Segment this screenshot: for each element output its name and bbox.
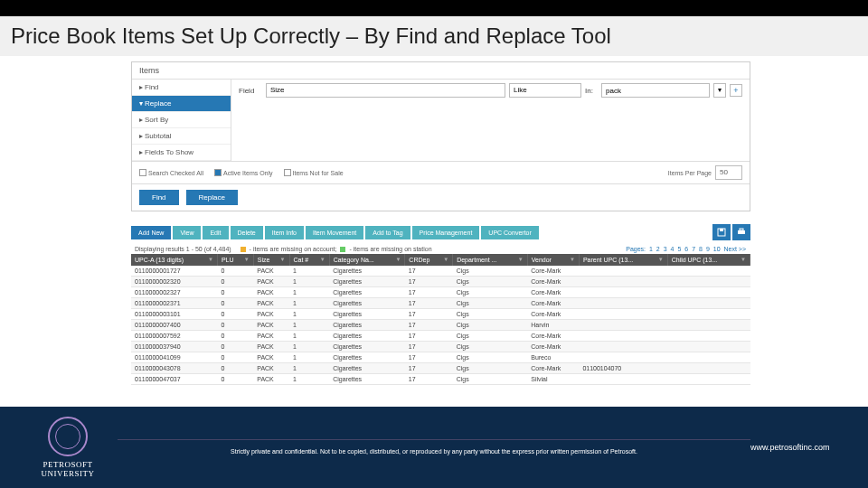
sidebar-item-subtotal[interactable]: ▸Subtotal [132, 128, 231, 145]
table-row[interactable]: 01100000075920PACK1Cigarettes17CigsCore-… [131, 331, 750, 342]
cell-catname: Cigarettes [329, 331, 405, 342]
table-row[interactable]: 01100000379400PACK1Cigarettes17CigsCore-… [131, 342, 750, 352]
page-8[interactable]: 8 [699, 246, 703, 252]
item-info-button[interactable]: Item Info [265, 226, 304, 239]
cell-catname: Cigarettes [329, 277, 405, 287]
cell-plu: 0 [217, 277, 253, 287]
cell-vendor: Silvial [527, 374, 579, 385]
col-header[interactable]: Parent UPC (13...▼ [579, 254, 667, 266]
col-header[interactable]: Department ...▼ [453, 254, 528, 266]
ipp-select[interactable]: 50 [715, 165, 742, 180]
price-management-button[interactable]: Price Management [412, 226, 480, 239]
cell-cr: 17 [405, 298, 453, 309]
add-condition-button[interactable]: + [730, 84, 742, 97]
cell-upc: 0110000007400 [131, 320, 217, 331]
page-6[interactable]: 6 [684, 246, 688, 252]
cell-plu: 0 [217, 320, 253, 331]
results-bar: Displaying results 1 - 50 (of 4,484) - i… [131, 244, 750, 254]
replace-button[interactable]: Replace [186, 190, 238, 205]
col-header[interactable]: Cat #▼ [289, 254, 329, 266]
cell-vendor: Core-Mark [527, 266, 579, 277]
cell-catname: Cigarettes [329, 342, 405, 352]
page-1[interactable]: 1 [649, 246, 653, 252]
page-7[interactable]: 7 [692, 246, 695, 252]
col-header[interactable]: Vendor▼ [527, 254, 579, 266]
extra-select[interactable]: ▾ [713, 83, 726, 98]
table-row[interactable]: 01100000470370PACK1Cigarettes17CigsSilvi… [131, 374, 750, 385]
sidebar-item-sortby[interactable]: ▸Sort By [132, 112, 231, 128]
cell-cr: 17 [405, 352, 453, 363]
delete-button[interactable]: Delete [231, 226, 263, 239]
view-button[interactable]: View [173, 226, 201, 239]
page-9[interactable]: 9 [706, 246, 710, 252]
col-header[interactable]: PLU▼ [217, 254, 253, 266]
table-row[interactable]: 01100000074000PACK1Cigarettes17CigsHarvi… [131, 320, 750, 331]
col-header[interactable]: UPC-A (13 digits)▼ [131, 254, 217, 266]
svg-rect-2 [738, 230, 745, 234]
table-row[interactable]: 01100000023710PACK1Cigarettes17CigsCore-… [131, 298, 750, 309]
item-movement-button[interactable]: Item Movement [306, 226, 363, 239]
cell-cat: 1 [289, 352, 329, 363]
cell-size: PACK [253, 331, 289, 342]
cell-vendor: Core-Mark [527, 287, 579, 298]
sidebar-item-find[interactable]: ▸Find [132, 80, 231, 96]
col-header[interactable]: Child UPC (13...▼ [667, 254, 750, 266]
table-row[interactable]: 01100000017270PACK1Cigarettes17CigsCore-… [131, 266, 750, 277]
cell-upc: 0110000041099 [131, 352, 217, 363]
col-header[interactable]: Category Na...▼ [329, 254, 405, 266]
cell-catname: Cigarettes [329, 309, 405, 320]
table-row[interactable]: 01100000430780PACK1Cigarettes17CigsCore-… [131, 363, 750, 374]
sidebar-item-replace[interactable]: ▾Replace [132, 96, 231, 112]
checkbox-active-only[interactable]: Active Items Only [214, 169, 272, 176]
page-title: Price Book Items Set Up Correctly – By F… [11, 23, 857, 49]
upc-convertor-button[interactable]: UPC Convertor [481, 226, 538, 239]
add-new-button[interactable]: Add New [131, 226, 171, 239]
page-next[interactable]: Next >> [723, 246, 746, 252]
page-3[interactable]: 3 [664, 246, 667, 252]
cell-catname: Cigarettes [329, 374, 405, 385]
page-10[interactable]: 10 [713, 246, 721, 252]
col-header[interactable]: Size▼ [253, 254, 289, 266]
toolbar: Add New View Edit Delete Item Info Item … [131, 221, 750, 244]
table-row[interactable]: 01100000031010PACK1Cigarettes17CigsCore-… [131, 309, 750, 320]
cell-dept: Cigs [453, 266, 528, 277]
cell-upc: 0110000001727 [131, 266, 217, 277]
edit-button[interactable]: Edit [203, 226, 228, 239]
page-5[interactable]: 5 [677, 246, 681, 252]
page-4[interactable]: 4 [671, 246, 675, 252]
cell-dept: Cigs [453, 277, 528, 287]
table-row[interactable]: 01100000410990PACK1Cigarettes17CigsBurec… [131, 352, 750, 363]
checkbox-not-for-sale[interactable]: Items Not for Sale [284, 169, 344, 176]
cell-catname: Cigarettes [329, 363, 405, 374]
field-select[interactable]: Size [266, 83, 505, 98]
col-header[interactable]: CRDep▼ [405, 254, 453, 266]
sidebar-item-fields[interactable]: ▸Fields To Show [132, 145, 231, 161]
cell-cat: 1 [289, 298, 329, 309]
cell-cr: 17 [405, 342, 453, 352]
cell-child [667, 352, 750, 363]
cell-cat: 1 [289, 342, 329, 352]
cell-parent [579, 309, 667, 320]
options-row: Search Checked All Active Items Only Ite… [132, 161, 750, 183]
cell-cat: 1 [289, 331, 329, 342]
print-icon[interactable] [732, 224, 750, 240]
table-row[interactable]: 01100000023270PACK1Cigarettes17CigsCore-… [131, 287, 750, 298]
cell-child [667, 266, 750, 277]
find-button[interactable]: Find [139, 190, 179, 205]
cell-size: PACK [253, 352, 289, 363]
value-input[interactable] [601, 83, 710, 98]
cell-cat: 1 [289, 320, 329, 331]
filter-form: Field Size Like In: ▾ + [231, 80, 750, 161]
cell-parent: 01100104070 [579, 363, 667, 374]
cell-dept: Cigs [453, 331, 528, 342]
save-icon[interactable] [712, 224, 731, 240]
cell-child [667, 342, 750, 352]
cell-upc: 0110000007592 [131, 331, 217, 342]
checkbox-search-checked[interactable]: Search Checked All [139, 169, 203, 176]
page-2[interactable]: 2 [656, 246, 660, 252]
add-to-tag-button[interactable]: Add to Tag [365, 226, 410, 239]
operator-select[interactable]: Like [509, 83, 581, 98]
table-row[interactable]: 01100000023200PACK1Cigarettes17CigsCore-… [131, 277, 750, 287]
cell-upc: 0110000047037 [131, 374, 217, 385]
cell-cr: 17 [405, 287, 453, 298]
